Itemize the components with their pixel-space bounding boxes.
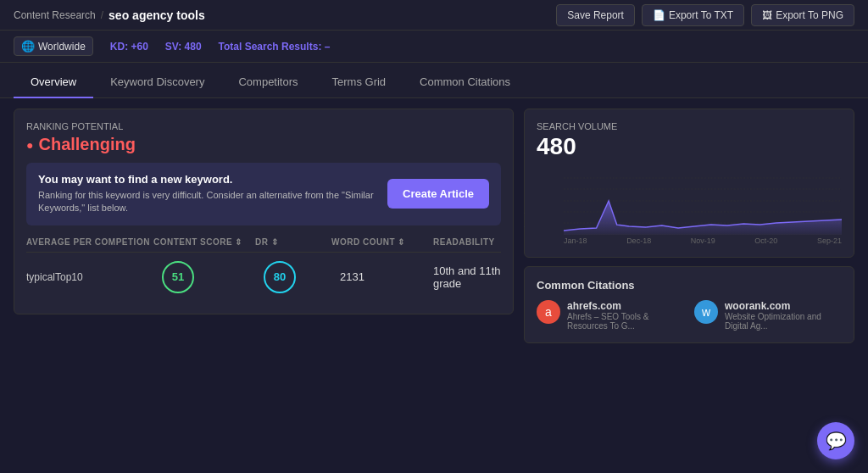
location-badge[interactable]: 🌐 Worldwide — [14, 36, 93, 56]
image-icon: 🖼 — [762, 9, 772, 21]
ahrefs-icon: a — [537, 300, 560, 324]
chart-x-labels: Jan-18 Dec-18 Nov-19 Oct-20 Sep-21 — [564, 236, 842, 245]
kd-meta: KD: +60 — [110, 41, 148, 53]
alert-title: You may want to find a new keyword. — [38, 173, 377, 186]
ahrefs-desc: Ahrefs – SEO Tools & Resources To G... — [567, 312, 684, 331]
common-citations-card: Common Citations a ahrefs.com Ahrefs – S… — [524, 266, 854, 343]
tab-competitors[interactable]: Competitors — [221, 67, 314, 98]
col-word-count: WORD COUNT ⇕ — [331, 237, 433, 247]
stats-table: AVERAGE PER COMPETION CONTENT SCORE ⇕ DR… — [26, 232, 501, 302]
search-volume-card: Search Volume 480 2K 2K 1K 600 300 0 — [524, 109, 854, 258]
header-actions: Save Report 📄 Export To TXT 🖼 Export To … — [556, 4, 854, 26]
sv-card-value: 480 — [537, 133, 842, 160]
total-results-meta: Total Search Results: – — [219, 41, 331, 53]
content-score-badge: 51 — [162, 261, 194, 293]
col-readability: READABILITY — [433, 237, 501, 247]
tab-common-citations[interactable]: Common Citations — [403, 67, 527, 98]
breadcrumb-current: seo agency tools — [108, 8, 205, 22]
stats-table-header: AVERAGE PER COMPETION CONTENT SCORE ⇕ DR… — [26, 232, 501, 253]
ranking-potential-label: Ranking Potential — [26, 121, 501, 131]
col-dr: DR ⇕ — [255, 237, 331, 247]
citation-ahrefs: a ahrefs.com Ahrefs – SEO Tools & Resour… — [537, 300, 684, 331]
create-article-button[interactable]: Create Article — [387, 179, 489, 209]
col-content-score: CONTENT SCORE ⇕ — [153, 237, 255, 247]
chat-bubble-button[interactable]: 💬 — [817, 422, 854, 459]
ranking-value: Challenging — [26, 135, 501, 154]
col-avg-competition: AVERAGE PER COMPETION — [26, 237, 153, 247]
typical-top10-label: typicalTop10 — [26, 271, 153, 283]
word-count-value: 2131 — [331, 270, 433, 283]
breadcrumb-parent: Content Research — [14, 9, 96, 21]
ahrefs-info: ahrefs.com Ahrefs – SEO Tools & Resource… — [567, 300, 684, 331]
chat-icon: 💬 — [826, 431, 847, 451]
tab-overview[interactable]: Overview — [14, 67, 93, 98]
export-png-button[interactable]: 🖼 Export To PNG — [751, 4, 854, 26]
readability-value: 10th and 11th grade — [433, 264, 501, 290]
search-volume-chart — [564, 167, 842, 235]
alert-description: Ranking for this keyword is very difficu… — [38, 189, 377, 215]
main-content: Ranking Potential Challenging You may wa… — [0, 98, 868, 473]
woorank-info: woorank.com Website Optimization and Dig… — [725, 300, 842, 331]
woorank-name: woorank.com — [725, 300, 842, 312]
tab-keyword-discovery[interactable]: Keyword Discovery — [93, 67, 221, 98]
sv-meta: SV: 480 — [165, 41, 202, 53]
sv-card-label: Search Volume — [537, 121, 842, 131]
alert-box: You may want to find a new keyword. Rank… — [26, 163, 501, 225]
citation-woorank: w woorank.com Website Optimization and D… — [694, 300, 842, 331]
left-column: Ranking Potential Challenging You may wa… — [14, 109, 514, 463]
woorank-icon: w — [694, 300, 718, 324]
location-label: Worldwide — [38, 41, 86, 53]
right-column: Search Volume 480 2K 2K 1K 600 300 0 — [524, 109, 854, 463]
breadcrumb: Content Research / seo agency tools — [14, 8, 205, 22]
tab-terms-grid[interactable]: Terms Grid — [315, 67, 403, 98]
export-txt-button[interactable]: 📄 Export To TXT — [642, 4, 744, 26]
save-report-button[interactable]: Save Report — [556, 4, 635, 26]
stats-table-row: typicalTop10 51 80 2131 10th and 11th gr… — [26, 253, 501, 302]
dr-badge: 80 — [264, 261, 296, 293]
app-header: Content Research / seo agency tools Save… — [0, 0, 868, 31]
ranking-potential-card: Ranking Potential Challenging You may wa… — [14, 109, 514, 314]
breadcrumb-separator: / — [101, 9, 103, 21]
tab-bar: Overview Keyword Discovery Competitors T… — [0, 63, 868, 98]
alert-text: You may want to find a new keyword. Rank… — [38, 173, 377, 215]
citations-title: Common Citations — [537, 279, 842, 292]
chart-area: 2K 2K 1K 600 300 0 — [537, 167, 842, 245]
subheader: 🌐 Worldwide KD: +60 SV: 480 Total Search… — [0, 31, 868, 63]
document-icon: 📄 — [653, 9, 665, 21]
woorank-desc: Website Optimization and Digital Ag... — [725, 312, 842, 331]
citation-items-list: a ahrefs.com Ahrefs – SEO Tools & Resour… — [537, 300, 842, 331]
globe-icon: 🌐 — [21, 40, 35, 53]
ahrefs-name: ahrefs.com — [567, 300, 684, 312]
